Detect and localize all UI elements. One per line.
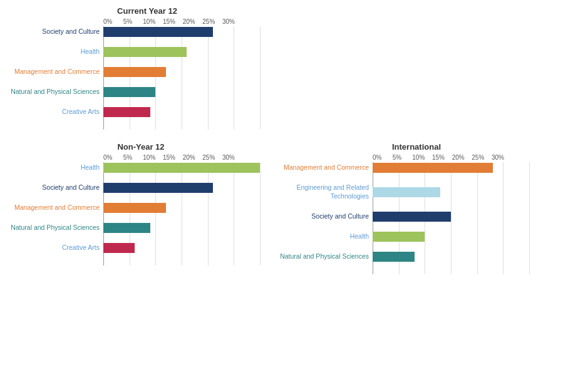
bar-container-current-year-12-2	[103, 66, 260, 78]
bar-container-current-year-12-1	[103, 46, 260, 58]
bar-label-non-year-12-2: Management and Commerce	[6, 204, 103, 212]
axis-tick-international-30: 30%	[492, 154, 518, 161]
bar-label-current-year-12-4: Creative Arts	[6, 108, 103, 116]
bars-wrapper-non-year-12: HealthSociety and CultureManagement and …	[6, 162, 276, 266]
bar-row-current-year-12-1: Health	[6, 46, 288, 58]
bar-row-international-2: Society and Culture	[276, 211, 557, 222]
bar-current-year-12-0	[103, 27, 213, 37]
bar-container-non-year-12-1	[103, 182, 260, 193]
bar-international-4	[373, 252, 415, 262]
bar-label-international-3: Health	[276, 232, 373, 241]
bar-container-non-year-12-0	[103, 162, 260, 173]
bar-label-non-year-12-4: Creative Arts	[6, 244, 103, 252]
axis-labels-current-year-12: 0%5%10%15%20%25%30%	[6, 18, 288, 25]
axis-labels-non-year-12: 0%5%10%15%20%25%30%	[6, 154, 276, 161]
chart-section-current-year-12: Current Year 120%5%10%15%20%25%30%Societ…	[6, 6, 288, 130]
bar-label-non-year-12-1: Society and Culture	[6, 183, 103, 192]
bar-row-international-1: Engineering and RelatedTechnologies	[276, 182, 557, 202]
bar-label-non-year-12-0: Health	[6, 163, 103, 172]
bar-international-2	[373, 212, 451, 222]
bar-label-international-1: Engineering and RelatedTechnologies	[276, 183, 373, 200]
bar-label-current-year-12-3: Natural and Physical Sciences	[6, 88, 103, 96]
bars-wrapper-current-year-12: Society and CultureHealthManagement and …	[6, 26, 288, 130]
bar-row-current-year-12-2: Management and Commerce	[6, 66, 288, 78]
bar-container-current-year-12-3	[103, 86, 260, 98]
bar-international-3	[373, 232, 425, 242]
bar-row-non-year-12-0: Health	[6, 162, 276, 173]
charts-container: Current Year 120%5%10%15%20%25%30%Societ…	[0, 0, 568, 278]
axis-labels-international: 0%5%10%15%20%25%30%	[276, 154, 557, 161]
bar-current-year-12-4	[103, 107, 150, 117]
bar-international-1	[373, 187, 440, 197]
chart-title-international: International	[276, 142, 557, 152]
bar-non-year-12-0	[103, 163, 260, 173]
bar-label-current-year-12-0: Society and Culture	[6, 28, 103, 36]
bar-container-international-1	[373, 182, 529, 202]
bar-row-international-0: Management and Commerce	[276, 162, 557, 173]
bar-container-international-0	[373, 162, 529, 173]
bar-row-non-year-12-2: Management and Commerce	[6, 202, 276, 214]
axis-tick-non-year-12-30: 30%	[222, 154, 249, 161]
bar-non-year-12-2	[103, 203, 166, 213]
bar-container-non-year-12-4	[103, 242, 260, 254]
bar-label-international-4: Natural and Physical Sciences	[276, 252, 373, 261]
chart-title-current-year-12: Current Year 12	[6, 6, 288, 16]
bar-non-year-12-1	[103, 183, 213, 193]
bar-current-year-12-1	[103, 47, 187, 57]
bar-label-current-year-12-1: Health	[6, 48, 103, 56]
bar-row-current-year-12-3: Natural and Physical Sciences	[6, 86, 288, 98]
bar-container-current-year-12-0	[103, 26, 260, 38]
bar-international-0	[373, 163, 493, 173]
bar-non-year-12-3	[103, 223, 150, 233]
axis-tick-current-year-12-30: 30%	[222, 18, 249, 25]
bar-row-international-4: Natural and Physical Sciences	[276, 251, 557, 262]
bar-row-non-year-12-3: Natural and Physical Sciences	[6, 222, 276, 234]
bar-row-current-year-12-0: Society and Culture	[6, 26, 288, 38]
bar-row-non-year-12-4: Creative Arts	[6, 242, 276, 254]
bar-row-international-3: Health	[276, 231, 557, 242]
bar-container-international-4	[373, 251, 529, 262]
bar-container-non-year-12-3	[103, 222, 260, 234]
bar-container-non-year-12-2	[103, 202, 260, 214]
bar-container-international-3	[373, 231, 529, 242]
bar-label-current-year-12-2: Management and Commerce	[6, 68, 103, 76]
bar-label-non-year-12-3: Natural and Physical Sciences	[6, 224, 103, 232]
chart-section-non-year-12: Non-Year 120%5%10%15%20%25%30%HealthSoci…	[6, 142, 276, 266]
bar-container-international-2	[373, 211, 529, 222]
bar-current-year-12-3	[103, 87, 155, 97]
bar-row-current-year-12-4: Creative Arts	[6, 106, 288, 118]
bar-label-international-2: Society and Culture	[276, 212, 373, 221]
bar-non-year-12-4	[103, 243, 135, 253]
bar-current-year-12-2	[103, 67, 166, 77]
bar-row-non-year-12-1: Society and Culture	[6, 182, 276, 193]
bars-wrapper-international: Management and CommerceEngineering and R…	[276, 162, 557, 274]
chart-section-international: International0%5%10%15%20%25%30%Manageme…	[276, 142, 557, 278]
bar-container-current-year-12-4	[103, 106, 260, 118]
chart-title-non-year-12: Non-Year 12	[6, 142, 276, 152]
bar-label-international-0: Management and Commerce	[276, 163, 373, 172]
